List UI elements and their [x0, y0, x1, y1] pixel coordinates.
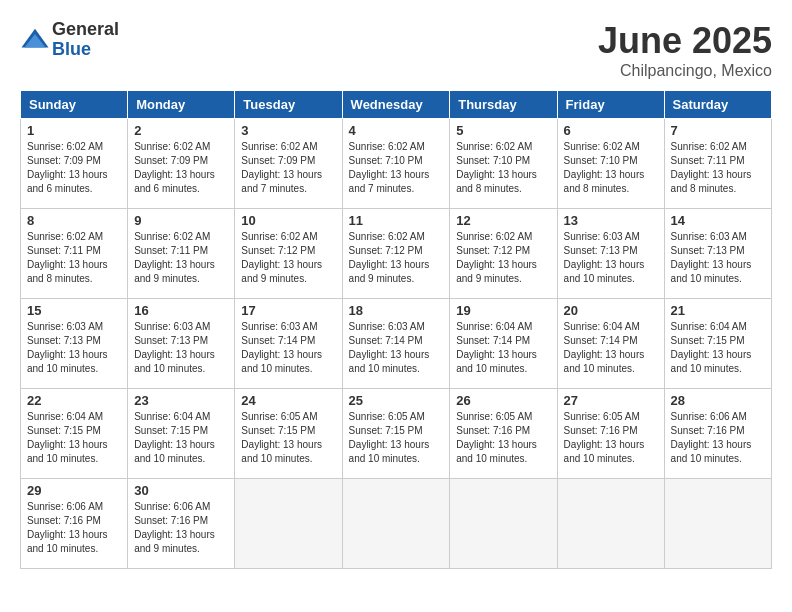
- day-number: 1: [27, 123, 121, 138]
- day-info: Sunrise: 6:03 AM Sunset: 7:13 PM Dayligh…: [27, 320, 121, 376]
- table-row: [450, 479, 557, 569]
- day-number: 26: [456, 393, 550, 408]
- day-info: Sunrise: 6:03 AM Sunset: 7:14 PM Dayligh…: [241, 320, 335, 376]
- table-row: [235, 479, 342, 569]
- header-friday: Friday: [557, 91, 664, 119]
- day-number: 8: [27, 213, 121, 228]
- title-block: June 2025 Chilpancingo, Mexico: [598, 20, 772, 80]
- calendar-week-row: 15 Sunrise: 6:03 AM Sunset: 7:13 PM Dayl…: [21, 299, 772, 389]
- day-info: Sunrise: 6:04 AM Sunset: 7:15 PM Dayligh…: [671, 320, 765, 376]
- table-row: 25 Sunrise: 6:05 AM Sunset: 7:15 PM Dayl…: [342, 389, 450, 479]
- calendar-body: 1 Sunrise: 6:02 AM Sunset: 7:09 PM Dayli…: [21, 119, 772, 569]
- day-info: Sunrise: 6:03 AM Sunset: 7:14 PM Dayligh…: [349, 320, 444, 376]
- day-number: 13: [564, 213, 658, 228]
- table-row: 16 Sunrise: 6:03 AM Sunset: 7:13 PM Dayl…: [128, 299, 235, 389]
- table-row: 19 Sunrise: 6:04 AM Sunset: 7:14 PM Dayl…: [450, 299, 557, 389]
- table-row: 8 Sunrise: 6:02 AM Sunset: 7:11 PM Dayli…: [21, 209, 128, 299]
- table-row: 28 Sunrise: 6:06 AM Sunset: 7:16 PM Dayl…: [664, 389, 771, 479]
- table-row: 1 Sunrise: 6:02 AM Sunset: 7:09 PM Dayli…: [21, 119, 128, 209]
- day-number: 16: [134, 303, 228, 318]
- day-number: 15: [27, 303, 121, 318]
- day-number: 27: [564, 393, 658, 408]
- table-row: 24 Sunrise: 6:05 AM Sunset: 7:15 PM Dayl…: [235, 389, 342, 479]
- table-row: 21 Sunrise: 6:04 AM Sunset: 7:15 PM Dayl…: [664, 299, 771, 389]
- day-number: 5: [456, 123, 550, 138]
- table-row: 3 Sunrise: 6:02 AM Sunset: 7:09 PM Dayli…: [235, 119, 342, 209]
- day-number: 25: [349, 393, 444, 408]
- table-row: 7 Sunrise: 6:02 AM Sunset: 7:11 PM Dayli…: [664, 119, 771, 209]
- day-number: 10: [241, 213, 335, 228]
- day-info: Sunrise: 6:03 AM Sunset: 7:13 PM Dayligh…: [134, 320, 228, 376]
- table-row: [557, 479, 664, 569]
- table-row: 27 Sunrise: 6:05 AM Sunset: 7:16 PM Dayl…: [557, 389, 664, 479]
- day-info: Sunrise: 6:06 AM Sunset: 7:16 PM Dayligh…: [134, 500, 228, 556]
- day-info: Sunrise: 6:05 AM Sunset: 7:16 PM Dayligh…: [456, 410, 550, 466]
- day-info: Sunrise: 6:02 AM Sunset: 7:11 PM Dayligh…: [27, 230, 121, 286]
- table-row: 23 Sunrise: 6:04 AM Sunset: 7:15 PM Dayl…: [128, 389, 235, 479]
- day-info: Sunrise: 6:06 AM Sunset: 7:16 PM Dayligh…: [671, 410, 765, 466]
- day-number: 3: [241, 123, 335, 138]
- day-number: 14: [671, 213, 765, 228]
- table-row: 15 Sunrise: 6:03 AM Sunset: 7:13 PM Dayl…: [21, 299, 128, 389]
- table-row: [342, 479, 450, 569]
- day-info: Sunrise: 6:02 AM Sunset: 7:12 PM Dayligh…: [349, 230, 444, 286]
- day-number: 18: [349, 303, 444, 318]
- day-info: Sunrise: 6:02 AM Sunset: 7:11 PM Dayligh…: [671, 140, 765, 196]
- day-number: 20: [564, 303, 658, 318]
- day-number: 12: [456, 213, 550, 228]
- day-number: 19: [456, 303, 550, 318]
- table-row: 12 Sunrise: 6:02 AM Sunset: 7:12 PM Dayl…: [450, 209, 557, 299]
- logo-blue: Blue: [52, 40, 119, 60]
- calendar-week-row: 22 Sunrise: 6:04 AM Sunset: 7:15 PM Dayl…: [21, 389, 772, 479]
- day-info: Sunrise: 6:02 AM Sunset: 7:12 PM Dayligh…: [241, 230, 335, 286]
- table-row: 29 Sunrise: 6:06 AM Sunset: 7:16 PM Dayl…: [21, 479, 128, 569]
- table-row: 30 Sunrise: 6:06 AM Sunset: 7:16 PM Dayl…: [128, 479, 235, 569]
- table-row: 22 Sunrise: 6:04 AM Sunset: 7:15 PM Dayl…: [21, 389, 128, 479]
- header-saturday: Saturday: [664, 91, 771, 119]
- calendar-header: Sunday Monday Tuesday Wednesday Thursday…: [21, 91, 772, 119]
- page-header: General Blue June 2025 Chilpancingo, Mex…: [20, 20, 772, 80]
- calendar-subtitle: Chilpancingo, Mexico: [598, 62, 772, 80]
- day-number: 4: [349, 123, 444, 138]
- day-number: 2: [134, 123, 228, 138]
- day-number: 17: [241, 303, 335, 318]
- day-number: 28: [671, 393, 765, 408]
- table-row: 18 Sunrise: 6:03 AM Sunset: 7:14 PM Dayl…: [342, 299, 450, 389]
- day-info: Sunrise: 6:05 AM Sunset: 7:15 PM Dayligh…: [241, 410, 335, 466]
- table-row: [664, 479, 771, 569]
- day-number: 21: [671, 303, 765, 318]
- logo-general: General: [52, 20, 119, 40]
- calendar-week-row: 1 Sunrise: 6:02 AM Sunset: 7:09 PM Dayli…: [21, 119, 772, 209]
- table-row: 6 Sunrise: 6:02 AM Sunset: 7:10 PM Dayli…: [557, 119, 664, 209]
- header-sunday: Sunday: [21, 91, 128, 119]
- table-row: 9 Sunrise: 6:02 AM Sunset: 7:11 PM Dayli…: [128, 209, 235, 299]
- day-info: Sunrise: 6:04 AM Sunset: 7:14 PM Dayligh…: [564, 320, 658, 376]
- day-info: Sunrise: 6:02 AM Sunset: 7:10 PM Dayligh…: [564, 140, 658, 196]
- day-info: Sunrise: 6:04 AM Sunset: 7:14 PM Dayligh…: [456, 320, 550, 376]
- header-tuesday: Tuesday: [235, 91, 342, 119]
- day-number: 9: [134, 213, 228, 228]
- table-row: 14 Sunrise: 6:03 AM Sunset: 7:13 PM Dayl…: [664, 209, 771, 299]
- day-info: Sunrise: 6:03 AM Sunset: 7:13 PM Dayligh…: [564, 230, 658, 286]
- calendar-week-row: 29 Sunrise: 6:06 AM Sunset: 7:16 PM Dayl…: [21, 479, 772, 569]
- logo-text: General Blue: [52, 20, 119, 60]
- calendar-title: June 2025: [598, 20, 772, 62]
- day-number: 29: [27, 483, 121, 498]
- day-info: Sunrise: 6:03 AM Sunset: 7:13 PM Dayligh…: [671, 230, 765, 286]
- table-row: 2 Sunrise: 6:02 AM Sunset: 7:09 PM Dayli…: [128, 119, 235, 209]
- day-info: Sunrise: 6:02 AM Sunset: 7:11 PM Dayligh…: [134, 230, 228, 286]
- header-thursday: Thursday: [450, 91, 557, 119]
- calendar-week-row: 8 Sunrise: 6:02 AM Sunset: 7:11 PM Dayli…: [21, 209, 772, 299]
- logo: General Blue: [20, 20, 119, 60]
- table-row: 4 Sunrise: 6:02 AM Sunset: 7:10 PM Dayli…: [342, 119, 450, 209]
- table-row: 20 Sunrise: 6:04 AM Sunset: 7:14 PM Dayl…: [557, 299, 664, 389]
- day-number: 6: [564, 123, 658, 138]
- header-row: Sunday Monday Tuesday Wednesday Thursday…: [21, 91, 772, 119]
- day-info: Sunrise: 6:05 AM Sunset: 7:16 PM Dayligh…: [564, 410, 658, 466]
- table-row: 26 Sunrise: 6:05 AM Sunset: 7:16 PM Dayl…: [450, 389, 557, 479]
- day-info: Sunrise: 6:02 AM Sunset: 7:09 PM Dayligh…: [241, 140, 335, 196]
- header-wednesday: Wednesday: [342, 91, 450, 119]
- day-info: Sunrise: 6:04 AM Sunset: 7:15 PM Dayligh…: [27, 410, 121, 466]
- day-number: 23: [134, 393, 228, 408]
- calendar-table: Sunday Monday Tuesday Wednesday Thursday…: [20, 90, 772, 569]
